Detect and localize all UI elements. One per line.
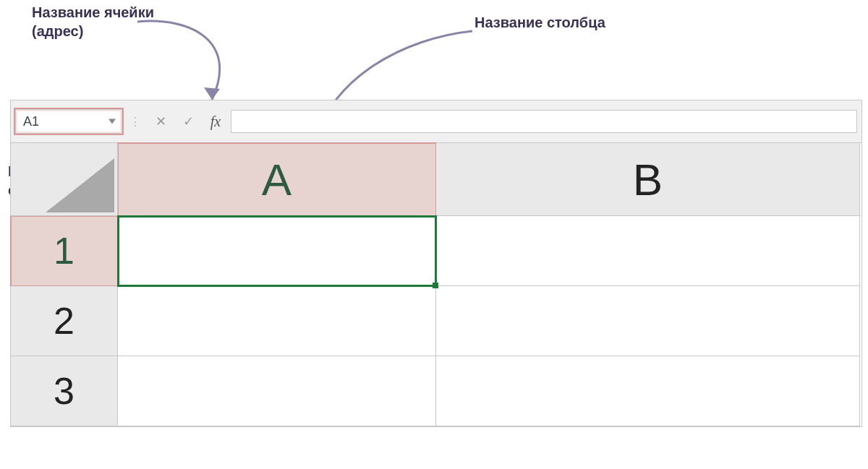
column-header-a[interactable]: A xyxy=(118,143,436,216)
formula-bar: A1 ⋮ ✕ ✓ fx xyxy=(11,100,861,143)
annotation-column-name: Название столбца xyxy=(475,13,605,32)
column-header-b[interactable]: B xyxy=(436,143,860,216)
formula-input[interactable] xyxy=(231,110,857,133)
separator-dots-icon: ⋮ xyxy=(125,115,145,129)
name-box-value: A1 xyxy=(23,114,39,129)
grid: A B 1 2 3 xyxy=(11,143,861,426)
row-header-3[interactable]: 3 xyxy=(11,356,118,426)
spreadsheet-fragment: A1 ⋮ ✕ ✓ fx A B 1 2 3 xyxy=(10,100,862,427)
cell-a3[interactable] xyxy=(118,356,436,426)
row-header-1[interactable]: 1 xyxy=(11,216,118,286)
cell-a1[interactable] xyxy=(118,216,436,286)
svg-marker-0 xyxy=(204,87,220,100)
chevron-down-icon[interactable] xyxy=(109,119,116,124)
cancel-formula-button[interactable]: ✕ xyxy=(148,111,173,132)
cell-b2[interactable] xyxy=(436,286,860,356)
cell-a2[interactable] xyxy=(118,286,436,356)
select-all-corner[interactable] xyxy=(11,143,118,216)
confirm-formula-button[interactable]: ✓ xyxy=(176,111,200,132)
cell-b1[interactable] xyxy=(436,216,860,286)
insert-function-button[interactable]: fx xyxy=(203,111,228,132)
arrow-to-name-box xyxy=(134,13,257,107)
row-header-2[interactable]: 2 xyxy=(11,286,118,356)
cell-b3[interactable] xyxy=(436,356,860,426)
name-box[interactable]: A1 xyxy=(15,109,122,134)
